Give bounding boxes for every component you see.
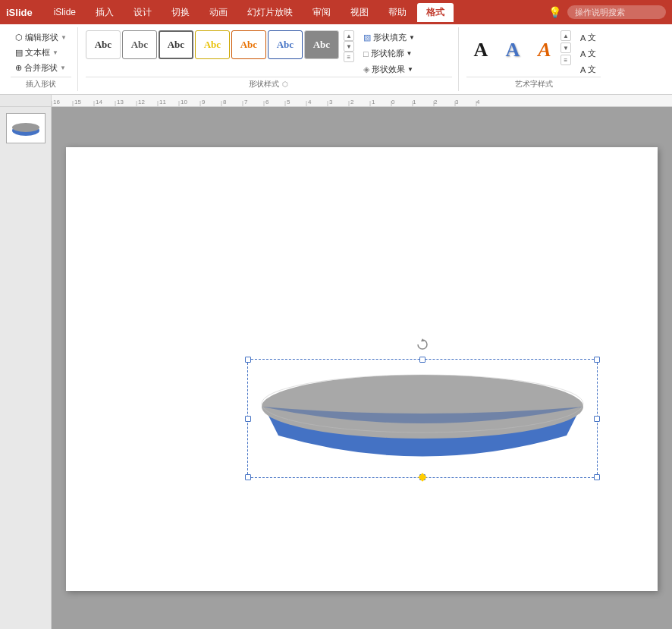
slide-canvas[interactable] [66,147,658,591]
text-effect-btn[interactable]: A 文 [576,62,601,77]
lightbulb-icon: 💡 [548,6,561,18]
textbox-label: 文本框 [25,47,50,58]
tab-review[interactable]: 审阅 [303,3,340,22]
handle-top-left[interactable] [245,357,251,363]
svg-text:11: 11 [159,99,166,105]
diamond-handle[interactable] [418,473,426,481]
chevron-icon2: ▼ [52,49,58,56]
svg-point-47 [262,375,583,439]
text-outline-label: 文 [588,48,596,59]
edit-shape-icon: ⬡ [15,33,23,42]
tab-transition[interactable]: 切换 [162,3,199,22]
merge-shape-btn[interactable]: ⊕ 合并形状 ▼ [11,61,71,75]
handle-top-right[interactable] [594,357,600,363]
chevron-icon: ▼ [61,34,67,41]
edit-shape-btn[interactable]: ⬡ 编辑形状 ▼ [11,30,71,45]
svg-text:13: 13 [117,99,124,105]
textbox-btn[interactable]: ▤ 文本框 ▼ [11,46,71,60]
rotate-handle[interactable] [416,338,429,351]
text-effect-icon: A [580,65,586,74]
svg-text:1: 1 [372,99,375,105]
tab-slideshow[interactable]: 幻灯片放映 [238,3,302,22]
slide-thumb-1[interactable] [6,113,46,143]
art-text-2[interactable]: A [498,30,527,70]
edit-shape-label: 编辑形状 [25,32,58,43]
shape-effect-btn[interactable]: ◈ 形状效果 ▼ [359,62,419,77]
scroll-more-btn[interactable]: ≡ [344,52,354,62]
shape-3d-bowl[interactable] [248,360,597,477]
art-text-scroll-buttons: ▲ ▼ ≡ [561,30,571,65]
tab-islide[interactable]: iSlide [45,4,85,20]
handle-bot-right[interactable] [594,474,600,480]
text-outline-btn[interactable]: A 文 [576,46,601,61]
titlebar: iSlide iSlide 插入 设计 切换 动画 幻灯片放映 审阅 视图 帮助… [0,0,672,24]
chevron-icon3: ▼ [60,64,66,71]
svg-text:15: 15 [74,99,81,105]
text-fill-btn[interactable]: A 文 [576,30,601,45]
shape-style-3[interactable]: Abc [159,30,193,59]
tab-view[interactable]: 视图 [341,3,378,22]
ribbon: ⬡ 编辑形状 ▼ ▤ 文本框 ▼ ⊕ 合并形状 ▼ 插 [0,24,672,95]
svg-point-45 [12,123,39,132]
text-outline-icon: A [580,49,586,58]
tab-design[interactable]: 设计 [124,3,161,22]
text-effect-label: 文 [588,64,596,75]
svg-text:5: 5 [287,99,290,105]
svg-text:14: 14 [96,99,102,105]
app-logo: iSlide [6,7,33,18]
shape-style-1[interactable]: Abc [86,30,121,59]
shape-outline-btn[interactable]: □ 形状轮廓 ▼ [359,46,419,61]
handle-top-mid[interactable] [419,357,425,363]
group-shape-styles-label: 形状样式 ⬡ [86,77,452,90]
ruler-corner [0,95,52,106]
fill-label: 形状填充 [373,32,407,43]
effect-label: 形状效果 [372,64,405,75]
search-input[interactable] [567,5,666,19]
text-fill-label: 文 [588,32,596,43]
ribbon-toolbar: ⬡ 编辑形状 ▼ ▤ 文本框 ▼ ⊕ 合并形状 ▼ 插 [0,24,672,94]
shape-style-5[interactable]: Abc [231,30,266,59]
svg-text:6: 6 [265,99,269,105]
scroll-down-btn[interactable]: ▼ [344,41,354,52]
merge-label: 合并形状 [24,62,58,74]
fill-icon: ▧ [363,33,371,42]
shape-style-7[interactable]: Abc [304,30,339,59]
handle-bot-left[interactable] [245,474,251,480]
group-art-text-label: 艺术字样式 [466,77,601,90]
group-insert-shape-content: ⬡ 编辑形状 ▼ ▤ 文本框 ▼ ⊕ 合并形状 ▼ [11,30,71,77]
art-scroll-down[interactable]: ▼ [561,42,571,53]
tab-help[interactable]: 帮助 [379,3,416,22]
insert-shape-buttons: ⬡ 编辑形状 ▼ ▤ 文本框 ▼ ⊕ 合并形状 ▼ [11,30,71,75]
scroll-up-btn[interactable]: ▲ [344,30,354,41]
art-text-1[interactable]: A [466,30,495,70]
menu-tabs: iSlide 插入 设计 切换 动画 幻灯片放映 审阅 视图 帮助 格式 [45,3,548,22]
art-text-3[interactable]: A [530,30,559,70]
shape-style-4[interactable]: Abc [195,30,230,59]
handle-mid-right[interactable] [594,416,600,422]
svg-text:16: 16 [53,99,60,105]
shape-scroll-buttons: ▲ ▼ ≡ [342,30,356,62]
text-fill-icon: A [580,33,586,42]
shape-style-6[interactable]: Abc [268,30,303,59]
svg-text:7: 7 [244,99,248,105]
handle-bot-mid[interactable] [419,474,425,480]
art-scroll-more[interactable]: ≡ [561,55,571,65]
tab-format[interactable]: 格式 [417,3,454,22]
shape-fill-btn[interactable]: ▧ 形状填充 ▼ [359,30,419,45]
canvas-area [52,107,672,629]
handle-mid-left[interactable] [245,416,251,422]
svg-text:4: 4 [308,99,312,105]
tab-insert[interactable]: 插入 [86,3,123,22]
textbox-icon: ▤ [15,48,23,58]
group-art-text: A A A ▲ ▼ ≡ A 文 A 文 [460,27,607,91]
art-scroll-up[interactable]: ▲ [561,30,571,41]
shape-style-2[interactable]: Abc [122,30,157,59]
group-expand-icon[interactable]: ⬡ [282,80,288,88]
slide-thumb-svg [7,114,45,143]
art-text-content: A A A ▲ ▼ ≡ A 文 A 文 [466,30,601,77]
shape-tools: ▧ 形状填充 ▼ □ 形状轮廓 ▼ ◈ 形状效果 ▼ [359,30,419,77]
svg-text:9: 9 [202,99,206,105]
tab-animation[interactable]: 动画 [200,3,237,22]
ruler-svg: 16 15 14 13 12 11 10 9 8 7 6 5 4 3 2 1 0… [52,95,672,106]
outline-label: 形状轮廓 [371,48,404,59]
